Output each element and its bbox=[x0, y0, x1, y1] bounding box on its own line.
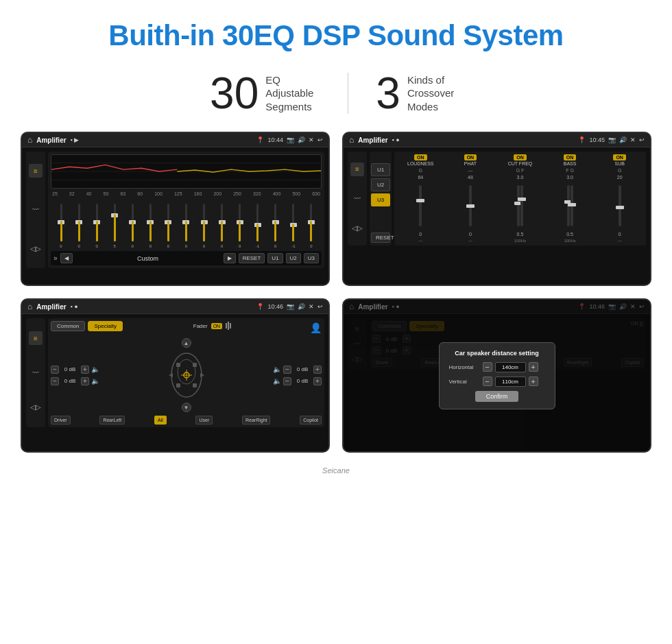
watermark: Seicane bbox=[0, 466, 672, 480]
eq-u3-btn[interactable]: U3 bbox=[304, 253, 319, 263]
xo-reset-btn[interactable]: RESET bbox=[371, 232, 390, 243]
sp-tab-specialty[interactable]: Specialty bbox=[88, 321, 122, 331]
vol-left-top: − 0 dB + 🔈 bbox=[51, 366, 155, 374]
sp-pos-rearright[interactable]: RearRight bbox=[242, 416, 271, 425]
eq-slider-13[interactable]: -1 bbox=[285, 204, 302, 248]
xo-track-loudness[interactable] bbox=[419, 185, 422, 226]
sp-tab-common[interactable]: Common bbox=[51, 321, 85, 331]
vol-right-bot-plus[interactable]: + bbox=[313, 377, 322, 385]
crossover-main: ≡ 〰 ◁▷ U1 U2 U3 RESET bbox=[348, 152, 646, 246]
dist-horizontal-label: Horizontal bbox=[449, 364, 480, 370]
eq-slider-1[interactable]: 0 bbox=[70, 204, 88, 248]
back-icon-2[interactable]: ↩ bbox=[639, 136, 645, 143]
eq-next-btn[interactable]: ▶ bbox=[224, 253, 236, 263]
eq-slider-9[interactable]: 0 bbox=[213, 204, 231, 248]
vol-left-top-plus[interactable]: + bbox=[81, 366, 89, 374]
vol-right-bot-minus[interactable]: − bbox=[283, 377, 291, 385]
expand-icon[interactable]: » bbox=[53, 254, 58, 262]
xo-preset-u3[interactable]: U3 bbox=[371, 193, 390, 206]
screen-crossover: ⌂ Amplifier ▪ ● 📍 10:45 📷 🔊 ✕ ↩ bbox=[342, 132, 651, 286]
vol-left-bot-plus[interactable]: + bbox=[81, 377, 89, 385]
home-icon-2[interactable]: ⌂ bbox=[349, 135, 354, 145]
xo-track-cutfreq-g[interactable] bbox=[517, 185, 520, 226]
xo-toggle-cutfreq[interactable]: ON bbox=[514, 154, 527, 160]
sp-eq-icon[interactable]: ≡ bbox=[29, 331, 43, 345]
xo-toggle-sub[interactable]: ON bbox=[613, 154, 626, 160]
speaker-down-btn[interactable]: ▼ bbox=[182, 403, 191, 412]
vol-left-bot-minus[interactable]: − bbox=[51, 377, 59, 385]
back-icon-1[interactable]: ↩ bbox=[317, 136, 323, 143]
stat-crossover-label: Kinds ofCrossover Modes bbox=[407, 73, 462, 114]
sp-vol-icon[interactable]: ◁▷ bbox=[29, 401, 43, 414]
eq-slider-14[interactable]: 0 bbox=[302, 204, 320, 248]
sp-pos-all[interactable]: All bbox=[154, 416, 167, 425]
eq-sidebar-eq-icon[interactable]: ≡ bbox=[29, 164, 43, 178]
eq-slider-7[interactable]: 0 bbox=[177, 204, 195, 248]
xo-vol-icon[interactable]: ◁▷ bbox=[350, 222, 364, 235]
eq-slider-3[interactable]: 5 bbox=[106, 204, 123, 248]
stat-crossover-number: 3 bbox=[376, 71, 400, 115]
fader-lines bbox=[226, 322, 239, 330]
home-icon-1[interactable]: ⌂ bbox=[27, 135, 32, 145]
eq-slider-2[interactable]: 0 bbox=[88, 204, 106, 248]
xo-track-sub[interactable] bbox=[619, 185, 621, 226]
eq-content: 2532405063 80100125160200 25032040050063… bbox=[48, 152, 324, 268]
eq-main: ≡ 〰 ◁▷ bbox=[26, 152, 324, 268]
xo-toggle-bass[interactable]: ON bbox=[564, 154, 577, 160]
sp-wave-icon[interactable]: 〰 bbox=[29, 366, 43, 379]
xo-track-bass-g[interactable] bbox=[571, 185, 573, 226]
home-icon-3[interactable]: ⌂ bbox=[27, 302, 32, 311]
dist-vertical-value: 110cm bbox=[495, 377, 526, 387]
xo-eq-icon[interactable]: ≡ bbox=[350, 163, 364, 176]
eq-slider-6[interactable]: 0 bbox=[159, 204, 177, 248]
eq-slider-4[interactable]: 0 bbox=[123, 204, 141, 248]
freq-labels: 2532405063 80100125160200 25032040050063… bbox=[51, 191, 322, 196]
fader-toggle[interactable]: ON bbox=[211, 323, 223, 329]
eq-prev-btn[interactable]: ◀ bbox=[60, 253, 73, 263]
xo-track-cutfreq-f[interactable] bbox=[520, 185, 523, 226]
sp-tabs: Common Specialty bbox=[51, 321, 123, 331]
eq-slider-5[interactable]: 0 bbox=[141, 204, 159, 248]
eq-sidebar-vol-icon[interactable]: ◁▷ bbox=[29, 242, 43, 256]
dist-vertical-plus[interactable]: + bbox=[529, 377, 538, 386]
eq-u2-btn[interactable]: U2 bbox=[286, 253, 301, 263]
dist-horizontal-row: Horizontal − 140cm + bbox=[449, 362, 545, 372]
svg-rect-12 bbox=[176, 383, 180, 387]
dist-horizontal-plus[interactable]: + bbox=[529, 362, 538, 372]
dist-horizontal-minus[interactable]: − bbox=[483, 362, 492, 372]
camera-icon-2: 📷 bbox=[608, 136, 616, 143]
sp-pos-rearleft[interactable]: RearLeft bbox=[99, 416, 125, 425]
confirm-button[interactable]: Confirm bbox=[475, 391, 519, 402]
vol-right-top: 🔈 − 0 dB + bbox=[273, 366, 322, 374]
speaker-up-btn[interactable]: ▲ bbox=[182, 338, 191, 348]
xo-preset-u1[interactable]: U1 bbox=[371, 163, 390, 176]
sp-pos-user[interactable]: User bbox=[195, 416, 213, 425]
xo-ch-phat: ON PHAT bbox=[447, 154, 494, 166]
eq-sidebar-wave-icon[interactable]: 〰 bbox=[29, 203, 43, 217]
eq-slider-8[interactable]: 0 bbox=[195, 204, 213, 248]
xo-toggle-phat[interactable]: ON bbox=[464, 154, 477, 160]
eq-slider-10[interactable]: 0 bbox=[231, 204, 249, 248]
xo-presets: U1 U2 U3 RESET bbox=[370, 152, 392, 246]
eq-slider-12[interactable]: 0 bbox=[267, 204, 285, 248]
sp-pos-copilot[interactable]: Copilot bbox=[300, 416, 322, 425]
xo-preset-u2[interactable]: U2 bbox=[371, 178, 390, 191]
xo-track-phat[interactable] bbox=[469, 185, 472, 226]
eq-slider-0[interactable]: 0 bbox=[52, 204, 70, 248]
back-icon-3[interactable]: ↩ bbox=[317, 303, 323, 310]
xo-ch-bass: ON BASS bbox=[547, 154, 594, 166]
xo-toggle-loudness[interactable]: ON bbox=[414, 154, 427, 160]
eq-reset-btn[interactable]: RESET bbox=[239, 253, 265, 263]
vol-right-top-plus[interactable]: + bbox=[313, 366, 322, 374]
sp-fader-row: Fader ON bbox=[193, 322, 239, 330]
sp-pos-driver[interactable]: Driver bbox=[51, 416, 71, 425]
vol-left-top-minus[interactable]: − bbox=[51, 366, 59, 374]
dist-vertical-minus[interactable]: − bbox=[483, 377, 492, 386]
vol-right-top-minus[interactable]: − bbox=[283, 366, 291, 374]
sp-position-row1: Driver RearLeft All User RearRight Copil… bbox=[51, 416, 322, 425]
eq-slider-11[interactable]: -1 bbox=[249, 204, 267, 248]
eq-u1-btn[interactable]: U1 bbox=[267, 253, 283, 263]
sp-sidebar: ≡ 〰 ◁▷ bbox=[26, 318, 45, 427]
xo-wave-icon[interactable]: 〰 bbox=[350, 192, 364, 206]
svg-rect-10 bbox=[176, 363, 180, 367]
